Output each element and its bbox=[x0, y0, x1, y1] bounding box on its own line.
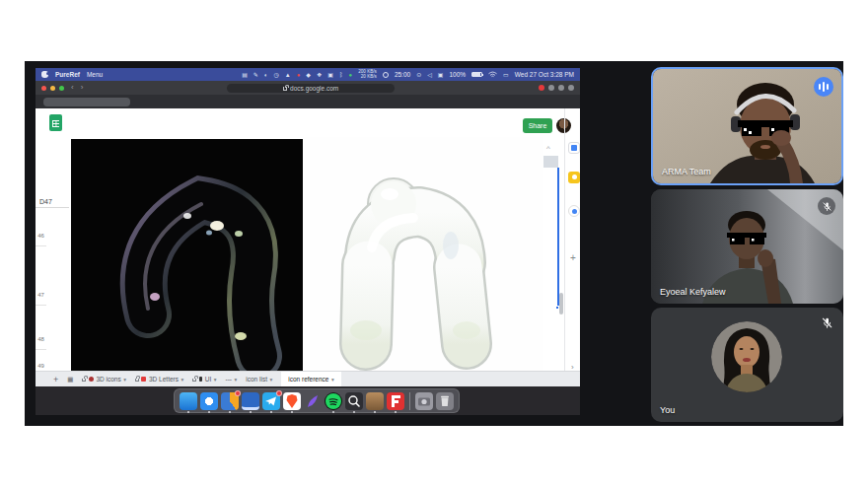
vertical-scrollbar[interactable] bbox=[559, 293, 563, 314]
menubar-clock[interactable]: Wed 27 Oct 3:28 PM bbox=[515, 71, 574, 78]
mac-menubar: PureRef Menu ▤ ✎ ◐ ◷ ▲ ● ◆ ❖ ▣ ᛒ ● 200 K… bbox=[36, 68, 580, 81]
input-source-icon[interactable]: ▣ bbox=[438, 72, 444, 78]
camera-active-icon[interactable]: ● bbox=[349, 72, 353, 78]
browser-titlebar: ‹ › docs.google.com bbox=[36, 81, 580, 95]
tab-ui[interactable]: UI▾ bbox=[192, 376, 216, 383]
screenshot-icon[interactable] bbox=[415, 392, 433, 410]
trash-icon[interactable] bbox=[436, 392, 454, 410]
disc-icon[interactable]: ◐ bbox=[264, 72, 268, 78]
name-box[interactable]: D47 bbox=[36, 195, 69, 208]
share-label: Share bbox=[529, 122, 547, 129]
add-sheet-button[interactable]: + bbox=[53, 375, 58, 384]
dock-separator bbox=[409, 392, 410, 410]
reference-image-dark-bubble-letter[interactable] bbox=[71, 139, 303, 371]
forward-icon[interactable]: › bbox=[81, 84, 84, 92]
profile-icon[interactable] bbox=[568, 85, 574, 91]
menubar-app-name[interactable]: PureRef bbox=[55, 71, 80, 78]
audio-output-indicator-icon bbox=[814, 77, 833, 97]
bubble-letter-light-graphic bbox=[303, 137, 543, 371]
row-header[interactable]: 46 bbox=[36, 233, 46, 246]
mic-muted-icon bbox=[820, 315, 833, 329]
notes-icon[interactable] bbox=[242, 392, 259, 410]
close-window-button[interactable] bbox=[41, 86, 46, 91]
menubar-menu-item[interactable]: Menu bbox=[87, 71, 103, 78]
selection-border bbox=[557, 168, 559, 308]
zoom-window-button[interactable] bbox=[59, 86, 64, 91]
tab-icon-reference[interactable]: icon reference▾ bbox=[281, 372, 340, 387]
bank-icon[interactable]: ▲ bbox=[285, 72, 291, 78]
photos-icon[interactable] bbox=[366, 392, 384, 410]
tab-color-chip bbox=[89, 377, 94, 382]
row-header[interactable]: 49 bbox=[36, 363, 46, 371]
sheets-logo-icon[interactable] bbox=[49, 114, 62, 131]
mic-muted-icon bbox=[818, 197, 835, 215]
battery-percent[interactable]: 100% bbox=[449, 71, 466, 78]
chevron-down-icon: ▾ bbox=[181, 377, 183, 383]
participant-tile-eyoeal[interactable]: Eyoeal Kefyalew bbox=[651, 189, 843, 304]
lock-icon bbox=[135, 379, 139, 383]
share-button[interactable]: Share bbox=[523, 118, 552, 133]
spotify-icon[interactable] bbox=[325, 392, 342, 410]
tab-3d-icons[interactable]: 3D icons▾ bbox=[82, 376, 126, 383]
user-menu-icon[interactable]: ▭ bbox=[503, 72, 509, 78]
browser-tabstrip bbox=[36, 95, 580, 108]
finder-icon[interactable] bbox=[180, 392, 197, 410]
extension-icon[interactable] bbox=[548, 85, 554, 91]
address-bar[interactable]: docs.google.com bbox=[227, 84, 395, 93]
timer-icon[interactable] bbox=[383, 72, 389, 78]
meet-stage: PureRef Menu ▤ ✎ ◐ ◷ ▲ ● ◆ ❖ ▣ ᛒ ● 200 K… bbox=[25, 61, 843, 426]
diamond-icon[interactable]: ❖ bbox=[317, 72, 322, 78]
all-sheets-icon[interactable]: ▦ bbox=[67, 376, 73, 383]
telegram-icon[interactable] bbox=[262, 392, 280, 410]
wifi-icon[interactable] bbox=[488, 71, 497, 78]
display-icon[interactable]: ▣ bbox=[327, 72, 333, 78]
net-down: 20 KB/s bbox=[358, 75, 377, 80]
keep-icon[interactable] bbox=[568, 172, 580, 183]
calendar-icon[interactable] bbox=[221, 392, 239, 410]
participant-tile-arma-team[interactable]: ARMA Team bbox=[651, 67, 843, 185]
avatar bbox=[711, 321, 782, 392]
feather-icon[interactable] bbox=[304, 392, 322, 410]
network-speed-widget[interactable]: 200 KB/s 20 KB/s bbox=[358, 70, 377, 80]
pureref-icon[interactable] bbox=[345, 392, 363, 410]
safari-icon[interactable] bbox=[200, 392, 218, 410]
calendar-icon[interactable] bbox=[568, 142, 580, 154]
selected-column-header bbox=[542, 156, 558, 168]
bubble-letter-dark-graphic bbox=[71, 139, 303, 371]
chevron-down-icon: ▾ bbox=[269, 377, 272, 383]
volume-icon[interactable]: ◁ bbox=[427, 72, 432, 78]
flipboard-icon[interactable] bbox=[387, 392, 404, 410]
back-icon[interactable]: ‹ bbox=[71, 84, 74, 92]
tab-3d-letters[interactable]: 3D Letters▾ bbox=[135, 376, 183, 383]
minimize-window-button[interactable] bbox=[50, 86, 55, 91]
pencil-icon[interactable]: ✎ bbox=[253, 72, 258, 78]
ssl-lock-icon bbox=[283, 87, 287, 91]
tab-icon-list[interactable]: icon list▾ bbox=[246, 376, 272, 383]
brave-icon[interactable] bbox=[283, 392, 301, 410]
files-icon[interactable]: ▤ bbox=[242, 72, 248, 78]
apple-menu-icon[interactable] bbox=[41, 71, 48, 78]
clock-icon[interactable]: ◷ bbox=[273, 72, 278, 78]
droplet-icon[interactable]: ◆ bbox=[306, 72, 311, 78]
sheet-tabbar: + ▦ 3D icons▾ 3D Letters▾ UI▾ bbox=[36, 371, 580, 386]
tab-dashes[interactable]: ---▾ bbox=[226, 376, 238, 383]
downloads-icon[interactable] bbox=[558, 85, 564, 91]
tasks-icon[interactable] bbox=[568, 205, 580, 217]
reference-image-light-bubble-letter[interactable] bbox=[303, 137, 543, 371]
battery-icon bbox=[471, 72, 482, 78]
participant-name: Eyoeal Kefyalew bbox=[660, 287, 726, 297]
row-header[interactable]: 47 bbox=[36, 292, 46, 306]
bluetooth-icon[interactable]: ᛒ bbox=[339, 72, 343, 78]
menubar-timer[interactable]: 25:00 bbox=[395, 71, 410, 78]
settings-icon[interactable]: ⊙ bbox=[416, 72, 421, 78]
side-panel-add-icon[interactable]: + bbox=[570, 252, 576, 263]
onepassword-icon[interactable]: ● bbox=[297, 72, 301, 78]
collapse-icon[interactable]: ^ bbox=[546, 144, 550, 153]
recording-indicator-icon bbox=[539, 85, 544, 91]
browser-tab[interactable] bbox=[43, 98, 130, 106]
participant-tile-you[interactable]: You bbox=[651, 308, 843, 422]
row-header[interactable]: 48 bbox=[36, 336, 46, 350]
chevron-down-icon: ▾ bbox=[123, 377, 126, 383]
chevron-down-icon: ▾ bbox=[331, 377, 334, 383]
side-panel-close-icon[interactable]: › bbox=[571, 363, 574, 371]
